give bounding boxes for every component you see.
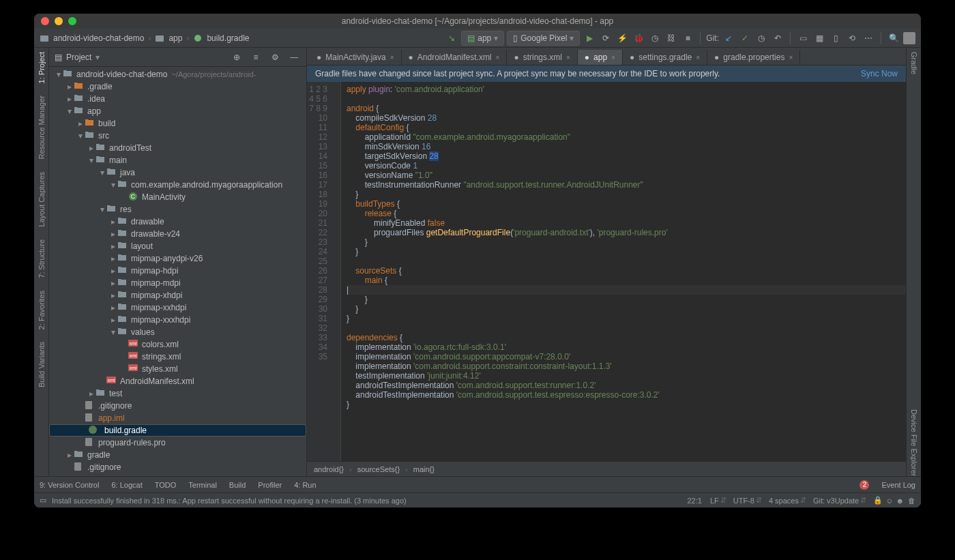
tree-node[interactable]: build.gradle xyxy=(49,424,306,437)
tree-node[interactable]: ▾com.example.android.myagoraapplication xyxy=(49,179,306,191)
close-icon[interactable]: × xyxy=(496,54,500,61)
tree-node[interactable]: ▸drawable xyxy=(49,216,306,228)
stop-icon[interactable]: ■ xyxy=(681,31,694,45)
status-indent[interactable]: 4 spaces xyxy=(769,497,799,505)
tree-node[interactable]: ▸drawable-v24 xyxy=(49,228,306,240)
tree-node[interactable]: ▾java xyxy=(49,166,306,179)
close-icon[interactable]: × xyxy=(696,54,700,61)
right-tab-gradle[interactable]: Gradle xyxy=(910,52,918,74)
expand-icon[interactable]: ≡ xyxy=(249,50,263,64)
left-tab-buildvariants[interactable]: Build Variants xyxy=(38,342,46,387)
apply-code-icon[interactable]: ⚡ xyxy=(615,31,629,45)
tree-node[interactable]: xmlstrings.xml xyxy=(49,351,306,363)
editor-gutter[interactable]: 1 2 3 4 5 6 7 8 9 10 11 12 13 14 15 16 1… xyxy=(307,82,332,461)
bottom-tab-profiler[interactable]: Profiler xyxy=(258,481,282,489)
gear-icon[interactable]: ⚙ xyxy=(268,50,282,64)
memory-icon[interactable]: 🗑 xyxy=(908,497,915,505)
left-tab-structure[interactable]: 7: Structure xyxy=(38,239,46,278)
status-pos[interactable]: 22:1 xyxy=(687,497,701,505)
status-le[interactable]: LF xyxy=(710,497,719,505)
tree-node[interactable]: ▸gradle xyxy=(49,449,306,461)
tree-node[interactable]: xmlcolors.xml xyxy=(49,338,306,351)
tree-node[interactable]: ▸layout xyxy=(49,240,306,252)
edcrumb-item[interactable]: sourceSets{} xyxy=(357,465,400,473)
left-tab-layout[interactable]: Layout Captures xyxy=(38,172,46,227)
edcrumb-item[interactable]: main{} xyxy=(413,465,435,473)
close-icon[interactable]: × xyxy=(566,54,570,61)
hide-icon[interactable]: — xyxy=(287,50,301,64)
sync-now-link[interactable]: Sync Now xyxy=(861,69,898,78)
project-tree[interactable]: ▾android-video-chat-demo~/Agora/projects… xyxy=(49,67,306,476)
tree-node[interactable]: ▾main xyxy=(49,154,306,166)
tree-node[interactable]: ▸androidTest xyxy=(49,142,306,154)
git-history-icon[interactable]: ◷ xyxy=(754,31,768,45)
face-neutral-icon[interactable]: ☻ xyxy=(896,497,904,505)
avd-icon[interactable]: ▭ xyxy=(796,31,810,45)
tree-node[interactable]: proguard-rules.pro xyxy=(49,437,306,449)
git-revert-icon[interactable]: ↶ xyxy=(771,31,784,45)
more-icon[interactable]: ⋯ xyxy=(862,31,875,45)
tree-node[interactable]: xmlstyles.xml xyxy=(49,363,306,375)
project-view-select[interactable]: ▤ Project ▾ xyxy=(55,53,100,62)
close-icon[interactable]: × xyxy=(789,54,793,61)
left-tab-project[interactable]: 1: Project xyxy=(38,52,46,83)
bottom-tab-build[interactable]: Build xyxy=(229,481,246,489)
tree-node[interactable]: ▸test xyxy=(49,387,306,400)
crumb-file[interactable]: build.gradle xyxy=(207,33,249,43)
profile-icon[interactable]: ◷ xyxy=(648,31,662,45)
editor-tab[interactable]: ●MainActivity.java× xyxy=(310,50,402,65)
tree-node[interactable]: ▾res xyxy=(49,203,306,216)
tree-node[interactable]: .gitignore xyxy=(49,461,306,473)
bottom-tab-terminal[interactable]: Terminal xyxy=(188,481,217,489)
search-icon[interactable]: 🔍 xyxy=(887,31,900,45)
tree-node[interactable]: ▸mipmap-xhdpi xyxy=(49,289,306,301)
editor-tab[interactable]: ●strings.xml× xyxy=(507,50,577,65)
status-enc[interactable]: UTF-8 xyxy=(733,497,754,505)
tree-node[interactable]: ▸mipmap-xxxhdpi xyxy=(49,314,306,326)
editor-fold-column[interactable] xyxy=(332,82,341,461)
editor-tab[interactable]: ●gradle.properties× xyxy=(707,50,800,65)
tree-node[interactable]: ▸mipmap-mdpi xyxy=(49,277,306,289)
tree-node[interactable]: ▸mipmap-anydpi-v26 xyxy=(49,252,306,265)
tree-node[interactable]: ▾android-video-chat-demo~/Agora/projects… xyxy=(49,68,306,80)
run-config-select[interactable]: ▤app▾ xyxy=(461,31,504,46)
editor-tab[interactable]: ●settings.gradle× xyxy=(623,50,707,65)
lock-icon[interactable]: 🔒 xyxy=(873,496,883,505)
bottom-tab-todo[interactable]: TODO xyxy=(155,481,177,489)
edcrumb-item[interactable]: android{} xyxy=(314,465,344,473)
editor-tab[interactable]: ●app× xyxy=(578,50,623,65)
git-commit-icon[interactable]: ✓ xyxy=(738,31,752,45)
attach-icon[interactable]: ⛓ xyxy=(664,31,678,45)
bottom-tab-vc[interactable]: 9: Version Control xyxy=(40,481,99,489)
layout-icon[interactable]: ▯ xyxy=(829,31,842,45)
debug-icon[interactable]: 🐞 xyxy=(632,31,645,45)
tree-node[interactable]: .gitignore xyxy=(49,400,306,412)
bottom-tab-logcat[interactable]: 6: Logcat xyxy=(111,481,142,489)
crumb-root[interactable]: android-video-chat-demo xyxy=(53,33,144,43)
status-git[interactable]: Git: v3Update xyxy=(813,497,859,505)
event-log-button[interactable]: Event Log xyxy=(881,481,915,489)
tree-node[interactable]: ▸.gradle xyxy=(49,80,306,93)
panel-toggle-icon[interactable]: ▭ xyxy=(40,496,46,505)
make-button[interactable]: ↘ xyxy=(445,31,458,45)
editor-content[interactable]: apply plugin: 'com.android.application' … xyxy=(341,82,906,461)
apply-changes-icon[interactable]: ⟳ xyxy=(599,31,613,45)
tree-node[interactable]: ▸mipmap-xxhdpi xyxy=(49,301,306,314)
editor-tab[interactable]: ●AndroidManifest.xml× xyxy=(402,50,508,65)
tree-node[interactable]: app.iml xyxy=(49,412,306,424)
git-update-icon[interactable]: ↙ xyxy=(722,31,735,45)
close-icon[interactable]: × xyxy=(390,54,394,61)
tree-node[interactable]: ▾app xyxy=(49,105,306,117)
avatar[interactable] xyxy=(903,32,915,44)
tree-node[interactable]: ▸mipmap-hdpi xyxy=(49,265,306,277)
device-select[interactable]: ▯Google Pixel▾ xyxy=(507,31,580,46)
tree-node[interactable]: ▾values xyxy=(49,326,306,338)
tree-node[interactable]: ▾src xyxy=(49,130,306,142)
right-tab-device-explorer[interactable]: Device File Explorer xyxy=(910,409,918,476)
tree-node[interactable]: xmlAndroidManifest.xml xyxy=(49,375,306,387)
face-ok-icon[interactable]: ☺ xyxy=(885,497,893,505)
run-icon[interactable]: ▶ xyxy=(583,31,596,45)
tree-node[interactable]: CMainActivity xyxy=(49,191,306,203)
tree-node[interactable]: ▸.idea xyxy=(49,93,306,105)
sync-icon[interactable]: ⟲ xyxy=(845,31,859,45)
